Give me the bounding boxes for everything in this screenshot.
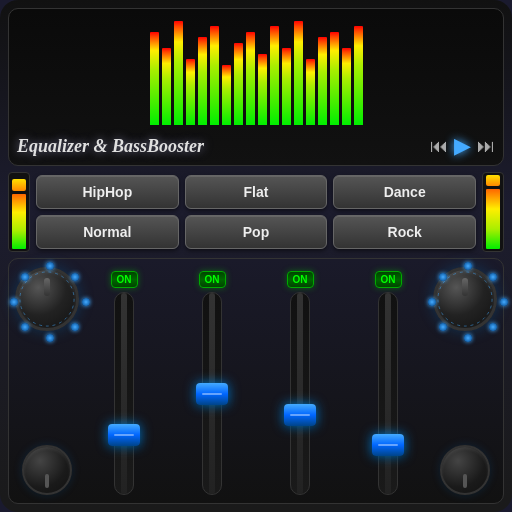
preset-btn-pop[interactable]: Pop: [185, 215, 328, 249]
knob-dot: [21, 323, 29, 331]
fader-channel-2: ON: [259, 271, 341, 495]
transport-controls: ⏮ ▶ ⏭: [430, 133, 495, 159]
svg-point-1: [438, 272, 492, 326]
eq-bar-17: [354, 15, 363, 125]
knob-dot: [489, 273, 497, 281]
treble-knob-right[interactable]: [440, 445, 490, 495]
eq-bar-1: [162, 15, 171, 125]
app-title: Equalizer & BassBooster: [17, 136, 204, 157]
preset-btn-flat[interactable]: Flat: [185, 175, 328, 209]
right-meter-peak: [486, 175, 500, 186]
left-meter-bar: [12, 194, 26, 249]
title-bar: Equalizer & BassBooster ⏮ ▶ ⏭: [17, 129, 495, 161]
eq-bar-16: [342, 15, 351, 125]
fader-channel-1: ON: [171, 271, 253, 495]
preset-btn-dance[interactable]: Dance: [333, 175, 476, 209]
eq-bar-3: [186, 15, 195, 125]
eq-bar-5: [210, 15, 219, 125]
fader-track-1[interactable]: [202, 292, 222, 495]
eq-bar-7: [234, 15, 243, 125]
preset-section: HipHopFlatDanceNormalPopRock: [8, 170, 504, 254]
eq-bar-8: [246, 15, 255, 125]
knob-dot: [46, 262, 54, 270]
fader-toggle-3[interactable]: ON: [375, 271, 402, 288]
eq-bar-6: [222, 15, 231, 125]
bass-knob[interactable]: [15, 267, 79, 331]
knob-dot: [21, 273, 29, 281]
svg-point-0: [20, 272, 74, 326]
left-controls: [15, 267, 79, 495]
preset-grid: HipHopFlatDanceNormalPopRock: [36, 175, 476, 249]
knob-dot: [439, 323, 447, 331]
fader-handle-2[interactable]: [284, 404, 316, 426]
left-level-meter: [8, 172, 30, 252]
volume-knob[interactable]: [433, 267, 497, 331]
fader-track-inner-0: [121, 293, 127, 494]
right-controls: [433, 267, 497, 495]
knob-dot: [46, 334, 54, 342]
knob-dot: [464, 262, 472, 270]
eq-bar-11: [282, 15, 291, 125]
eq-bar-14: [318, 15, 327, 125]
knob-dot: [10, 298, 18, 306]
fader-track-3[interactable]: [378, 292, 398, 495]
knob-dot: [489, 323, 497, 331]
treble-knob-left[interactable]: [22, 445, 72, 495]
knob-dot: [71, 273, 79, 281]
knob-dot: [71, 323, 79, 331]
fader-track-inner-3: [385, 293, 391, 494]
eq-bars: [17, 15, 495, 125]
next-button[interactable]: ⏭: [477, 136, 495, 157]
fader-toggle-1[interactable]: ON: [199, 271, 226, 288]
eq-bar-12: [294, 15, 303, 125]
preset-btn-normal[interactable]: Normal: [36, 215, 179, 249]
fader-handle-0[interactable]: [108, 424, 140, 446]
play-button[interactable]: ▶: [454, 133, 471, 159]
eq-display: Equalizer & BassBooster ⏮ ▶ ⏭: [8, 8, 504, 166]
eq-bar-0: [150, 15, 159, 125]
knob-dot: [464, 334, 472, 342]
eq-bar-2: [174, 15, 183, 125]
eq-bar-13: [306, 15, 315, 125]
fader-handle-3[interactable]: [372, 434, 404, 456]
fader-channel-0: ON: [83, 271, 165, 495]
knob-dot: [500, 298, 508, 306]
fader-toggle-2[interactable]: ON: [287, 271, 314, 288]
preset-btn-rock[interactable]: Rock: [333, 215, 476, 249]
app-container: Equalizer & BassBooster ⏮ ▶ ⏭ HipHopFlat…: [0, 0, 512, 512]
knob-dot: [428, 298, 436, 306]
fader-track-0[interactable]: [114, 292, 134, 495]
eq-bar-10: [270, 15, 279, 125]
fader-track-inner-2: [297, 293, 303, 494]
mixer-section: ONONONON: [8, 258, 504, 504]
right-meter-bar: [486, 189, 500, 249]
fader-handle-1[interactable]: [196, 383, 228, 405]
fader-channel-3: ON: [347, 271, 429, 495]
prev-button[interactable]: ⏮: [430, 136, 448, 157]
faders-area: ONONONON: [83, 267, 429, 495]
eq-bar-15: [330, 15, 339, 125]
knob-dot: [82, 298, 90, 306]
left-meter-peak: [12, 179, 26, 191]
eq-bar-4: [198, 15, 207, 125]
eq-bar-9: [258, 15, 267, 125]
fader-toggle-0[interactable]: ON: [111, 271, 138, 288]
fader-track-2[interactable]: [290, 292, 310, 495]
preset-btn-hiphop[interactable]: HipHop: [36, 175, 179, 209]
knob-dot: [439, 273, 447, 281]
right-level-meter: [482, 172, 504, 252]
